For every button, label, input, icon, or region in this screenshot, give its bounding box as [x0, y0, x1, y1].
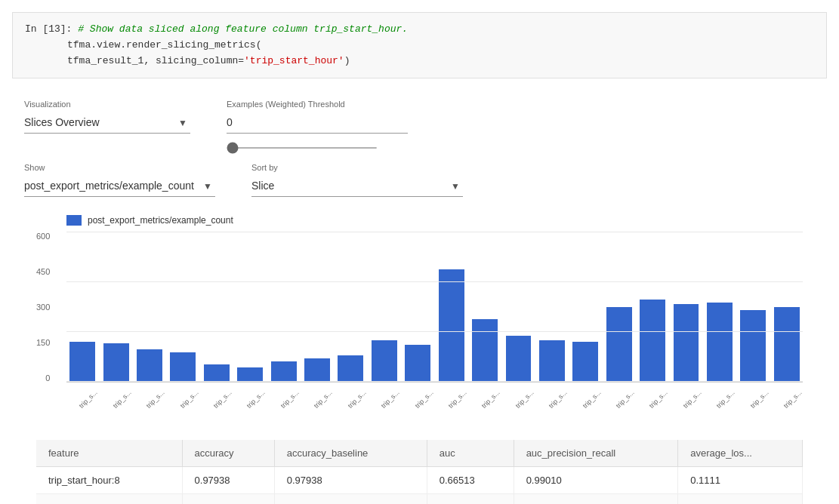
bar-4	[204, 364, 230, 383]
y-label-600: 600	[36, 232, 50, 241]
bar-col-4	[201, 232, 233, 382]
bar-col-19	[704, 232, 736, 382]
bar-col-20	[737, 232, 769, 382]
sort-by-group: Sort by Slice Metric Value ▼	[251, 163, 463, 197]
table-cell-0-3: 0.66513	[427, 467, 514, 494]
x-label-cell-3: trip_s...	[167, 386, 199, 396]
x-label-cell-9: trip_s...	[369, 386, 400, 396]
x-label-cell-1: trip_s...	[100, 386, 131, 396]
x-label-9: trip_s...	[380, 389, 401, 410]
table-cell-0-1: 0.97938	[182, 467, 274, 494]
x-label-cell-4: trip_s...	[201, 386, 233, 396]
x-label-cell-2: trip_s...	[134, 386, 165, 396]
chart-legend: post_export_metrics/example_count	[66, 215, 803, 226]
threshold-input[interactable]	[227, 112, 408, 134]
x-label-cell-17: trip_s...	[637, 386, 668, 396]
x-label-cell-11: trip_s...	[435, 386, 467, 396]
widget-area: Visualization Slices Overview Metrics Hi…	[0, 91, 839, 504]
bar-col-10	[402, 232, 433, 382]
x-label-13: trip_s...	[514, 389, 535, 410]
chart-area: post_export_metrics/example_count 600 45…	[24, 215, 815, 428]
bar-7	[304, 358, 330, 383]
x-label-cell-14: trip_s...	[536, 386, 568, 396]
visualization-label: Visualization	[24, 100, 190, 109]
x-label-4: trip_s...	[212, 389, 233, 410]
bar-15	[572, 342, 598, 383]
sort-by-dropdown-wrapper: Slice Metric Value ▼	[251, 175, 463, 197]
y-label-450: 450	[36, 267, 50, 276]
sort-by-label: Sort by	[251, 163, 463, 172]
bar-11	[439, 269, 464, 382]
table-row: trip_start_hour:90.981130.981130.692310.…	[36, 494, 803, 504]
x-label-21: trip_s...	[782, 389, 804, 410]
bar-col-8	[335, 232, 366, 382]
y-label-300: 300	[36, 303, 50, 312]
y-label-150: 150	[36, 338, 50, 347]
bar-col-18	[670, 232, 702, 382]
x-label-cell-10: trip_s...	[402, 386, 433, 396]
table-header-row: feature accuracy accuracy_baseline auc a…	[36, 440, 803, 467]
x-label-20: trip_s...	[748, 389, 770, 410]
bar-2	[137, 349, 162, 383]
visualization-dropdown-wrapper: Slices Overview Metrics Histogram Time S…	[24, 112, 190, 134]
x-label-10: trip_s...	[413, 389, 434, 410]
bar-16	[606, 307, 632, 383]
x-labels-row: trip_s...trip_s...trip_s...trip_s...trip…	[66, 383, 803, 428]
chart-wrapper: 600 450 300 150 0	[66, 232, 803, 383]
col-average-loss: average_los...	[678, 440, 803, 467]
x-label-cell-15: trip_s...	[569, 386, 601, 396]
bar-col-14	[536, 232, 568, 382]
x-label-2: trip_s...	[145, 389, 166, 410]
bar-col-6	[267, 232, 299, 382]
bar-14	[539, 340, 565, 383]
col-accuracy: accuracy	[182, 440, 274, 467]
threshold-slider[interactable]	[227, 147, 378, 149]
table-cell-0-5: 0.1111	[678, 467, 803, 494]
visualization-select[interactable]: Slices Overview Metrics Histogram Time S…	[24, 112, 190, 134]
sort-by-select[interactable]: Slice Metric Value	[251, 175, 463, 197]
x-label-8: trip_s...	[346, 389, 367, 410]
bar-10	[405, 345, 430, 383]
x-label-16: trip_s...	[615, 389, 636, 410]
x-label-cell-19: trip_s...	[704, 386, 736, 396]
table-cell-1-0: trip_start_hour:9	[36, 494, 182, 504]
bar-col-9	[369, 232, 400, 382]
code-line3-prefix: tfma_result_1, slicing_column=	[67, 55, 244, 66]
bar-col-13	[502, 232, 534, 382]
bar-1	[103, 343, 129, 383]
data-table: feature accuracy accuracy_baseline auc a…	[36, 440, 803, 504]
show-sort-row: Show post_export_metrics/example_count a…	[24, 163, 815, 197]
bar-col-5	[234, 232, 266, 382]
bar-col-0	[66, 232, 98, 382]
bar-col-2	[134, 232, 165, 382]
bar-12	[472, 319, 498, 383]
table-cell-1-1: 0.98113	[182, 494, 274, 504]
show-dropdown-wrapper: post_export_metrics/example_count accura…	[24, 175, 215, 197]
table-row: trip_start_hour:80.979380.979380.665130.…	[36, 467, 803, 494]
bar-col-12	[469, 232, 501, 382]
x-label-6: trip_s...	[279, 389, 301, 410]
x-label-5: trip_s...	[245, 389, 267, 410]
x-label-3: trip_s...	[178, 389, 199, 410]
x-label-12: trip_s...	[480, 389, 501, 410]
code-cell: In [13]: # Show data sliced along featur…	[12, 12, 827, 78]
x-label-11: trip_s...	[447, 389, 468, 410]
y-axis: 600 450 300 150 0	[36, 232, 53, 383]
table-cell-1-4: 0.99140	[514, 494, 678, 504]
code-line1-comment: # Show data sliced along feature column …	[78, 23, 408, 35]
table-cell-1-2: 0.98113	[274, 494, 427, 504]
code-line3-string: 'trip_start_hour'	[244, 55, 344, 66]
x-label-cell-16: trip_s...	[603, 386, 635, 396]
bar-8	[338, 355, 363, 383]
show-select[interactable]: post_export_metrics/example_count accura…	[24, 175, 215, 197]
legend-label: post_export_metrics/example_count	[88, 215, 233, 226]
x-label-cell-7: trip_s...	[301, 386, 333, 396]
controls-row-1: Visualization Slices Overview Metrics Hi…	[24, 100, 815, 151]
bar-13	[506, 336, 532, 383]
table-cell-0-0: trip_start_hour:8	[36, 467, 182, 494]
col-feature: feature	[36, 440, 182, 467]
show-label: Show	[24, 163, 215, 172]
table-cell-1-3: 0.69231	[427, 494, 514, 504]
x-label-1: trip_s...	[111, 389, 132, 410]
x-label-cell-20: trip_s...	[737, 386, 769, 396]
